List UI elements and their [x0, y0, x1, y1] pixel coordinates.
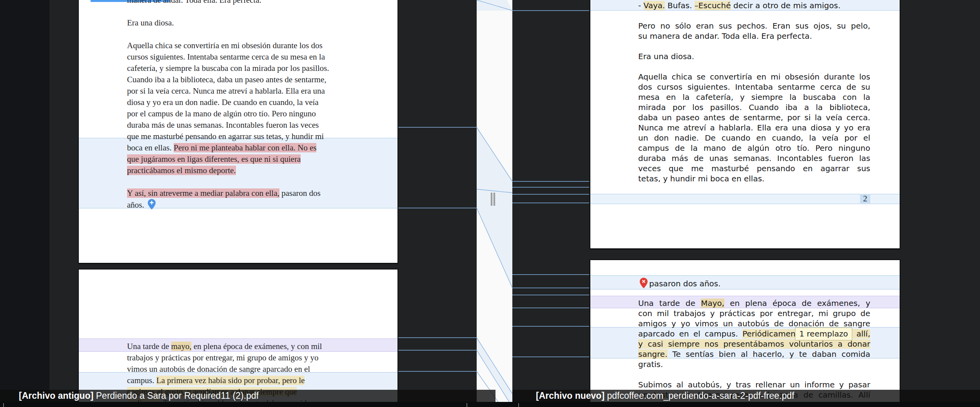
- text-line: Nunca me atreví a hablarla. Ella era una…: [638, 123, 870, 133]
- text-line: dos cursos siguientes. Intentaba sentarm…: [638, 82, 870, 92]
- highlighted-text: Y así, sin atreverme a mediar palabra co…: [127, 188, 279, 198]
- text-line: Era una diosa.: [127, 17, 356, 29]
- text-segment: trabajos y prácticas por entregar, mi gr…: [127, 353, 318, 362]
- text-segment: duraba más de unas semanas. Incontables …: [638, 154, 870, 163]
- text-segment: su manera de andar. Toda ella. Era perfe…: [638, 31, 812, 41]
- text-line: gratis.: [638, 359, 870, 369]
- text-line: veces que me masturbé pensando en agarra…: [638, 163, 870, 174]
- text-line: duraba más de unas semanas. Incontables …: [638, 153, 870, 163]
- text-line: un don nadie. De cuando en cuando, la ve…: [638, 133, 870, 143]
- text-segment: por el campus de la mano de algún otro t…: [127, 109, 316, 118]
- highlighted-text: practicábamos el mismo deporte.: [127, 166, 236, 175]
- text-line: años.: [127, 199, 356, 210]
- highlighted-text: y casi siempre nos presentábamos volunta…: [638, 339, 870, 349]
- text-line: Pero no sólo eran sus pechos. Eran sus o…: [638, 21, 870, 31]
- new-file-name: pdfcoffee.com_perdiendo-a-sara-2-pdf-fre…: [604, 391, 794, 401]
- text-segment: vimos un autobús de donación de sangre a…: [127, 364, 310, 374]
- text-line: cursos siguientes. Intentaba sentarme ce…: [127, 51, 356, 63]
- text-line: sangre. Te sentías bien al hacerlo, y te…: [638, 349, 870, 359]
- text-line: cafetería, y siempre la buscaba con la m…: [127, 63, 356, 74]
- text-segment: Aquella chica se convertiría en mi obses…: [638, 72, 870, 81]
- text-line: Aquella chica se convertiría en mi obses…: [638, 72, 870, 82]
- text-line: [127, 6, 356, 17]
- text-line: Cuando iba a la biblioteca, daba un pase…: [127, 74, 356, 85]
- text-segment: Una tarde de: [638, 298, 701, 308]
- text-line: [638, 369, 870, 380]
- text-segment: dos cursos siguientes. Intentaba sentarm…: [638, 82, 870, 92]
- text-line: boca en ellas. Pero ni me planteaba habl…: [127, 142, 356, 154]
- text-segment: mesa en la cafetería, y siempre la busca…: [638, 92, 870, 102]
- text-line: diosa y yo era un don nadie. De cuando e…: [127, 97, 356, 108]
- old-file-tag: [Archivo antiguo]: [19, 391, 93, 401]
- text-line: por si la veía cerca. Nunca me atreví a …: [127, 85, 356, 97]
- text-line: [127, 29, 356, 40]
- text-segment: un don nadie. De cuando en cuando, la ve…: [638, 133, 870, 143]
- old-page-1: manera de andar. Toda ella. Era perfecta…: [78, 0, 398, 264]
- rotate-icon: [518, 403, 525, 407]
- old-file-name: Perdiendo a Sara por Required11 (2).pdf: [93, 391, 259, 401]
- text-line: Subimos al autobús, y tras rellenar un i…: [638, 380, 870, 390]
- text-segment: Bufas.: [665, 1, 694, 10]
- text-line: mirada por los pasillos. Cuando iba a la…: [638, 102, 870, 112]
- text-segment: Era una diosa.: [127, 18, 174, 27]
- text-line: [638, 11, 870, 21]
- text-segment: diosa y yo era un don nadie. De cuando e…: [127, 98, 319, 107]
- text-line: pasaron dos años.: [638, 278, 870, 288]
- diff-viewer: manera de andar. Toda ella. Era perfecta…: [0, 0, 980, 407]
- text-line: Y así, sin atreverme a mediar palabra co…: [127, 188, 356, 199]
- text-line: su manera de andar. Toda ella. Era perfe…: [638, 31, 870, 41]
- rotate-icon: [466, 403, 474, 407]
- highlighted-text: mayo,: [171, 342, 192, 351]
- text-segment: cursos siguientes. Intentaba sentarme ce…: [127, 52, 325, 62]
- text-segment: en plena época de exámenes, y: [724, 298, 870, 308]
- text-segment: Una tarde de: [127, 342, 171, 351]
- text-segment: Te sentías bien al hacerlo, y te daban c…: [668, 349, 871, 359]
- page-number: 2: [860, 194, 870, 203]
- text-segment: que me masturbé pensando en agarrar sus …: [127, 132, 324, 141]
- text-line: por el campus de la mano de algún otro t…: [127, 108, 356, 119]
- new-file-label-bar: [Archivo nuevo] pdfcoffee.com_perdiendo-…: [512, 390, 980, 402]
- pin-add-icon[interactable]: [148, 199, 156, 213]
- text-line: [127, 176, 356, 188]
- text-line: duraba más de unas semanas. Incontables …: [127, 119, 356, 131]
- rotate-icon: [3, 403, 10, 407]
- highlighted-text: Pero ni me planteaba hablar con ella. No…: [174, 143, 316, 152]
- highlighted-text: La primera vez había sido por probar, pe…: [156, 376, 305, 385]
- text-line: - Vaya. Bufas. –Escuché decir a otro de …: [638, 0, 870, 11]
- pane-splitter-handle[interactable]: [491, 193, 495, 206]
- text-segment: manera de andar. Toda ella. Era perfecta…: [127, 0, 261, 5]
- text-line: que me masturbé pensando en agarrar sus …: [127, 131, 356, 142]
- text-segment: Aquella chica se convertiría en mi obses…: [127, 41, 323, 50]
- left-margin-area: [0, 0, 49, 407]
- pin-del-icon[interactable]: [640, 278, 648, 291]
- text-line: campus de la mano de algún otro tío. Per…: [638, 143, 870, 153]
- text-segment: Subimos al autobús, y tras rellenar un i…: [638, 380, 870, 389]
- old-file-label-bar: [Archivo antiguo] Perdiendo a Sara por R…: [0, 390, 495, 402]
- bottom-toolbar-strip: [0, 402, 980, 407]
- text-segment: veces que me masturbé pensando en agarra…: [638, 164, 870, 173]
- highlighted-text: sangre.: [638, 349, 668, 359]
- text-segment: boca en ellas.: [127, 143, 174, 152]
- replacement-count-tooltip: 1 reemplazo: [795, 327, 852, 340]
- text-segment: pasaron dos años.: [649, 279, 720, 288]
- text-segment: Pero no sólo eran sus pechos. Eran sus o…: [638, 21, 870, 31]
- new-page-2: pasaron dos años.Una tarde de Mayo, en p…: [590, 259, 900, 407]
- text-line: campus. La primera vez había sido por pr…: [127, 375, 356, 386]
- text-line: Una tarde de Mayo, en plena época de exá…: [638, 298, 870, 308]
- text-segment: Era una diosa.: [638, 52, 694, 61]
- text-line: que jugáramos en ligas diferentes, es qu…: [127, 154, 356, 165]
- highlighted-text: –Escuché: [695, 1, 731, 10]
- text-segment: duraba más de unas semanas. Incontables …: [127, 120, 319, 130]
- text-segment: pasaron dos: [279, 188, 321, 198]
- text-line: Una tarde de mayo, en plena época de exá…: [127, 341, 356, 352]
- text-line: vimos un autobús de donación de sangre a…: [127, 364, 356, 375]
- text-line: [638, 62, 870, 72]
- old-page-2: Una tarde de mayo, en plena época de exá…: [78, 269, 398, 407]
- text-segment: en plena época de exámenes, y con mil: [191, 342, 322, 351]
- highlighted-text: que jugáramos en ligas diferentes, es qu…: [127, 154, 301, 164]
- new-file-tag: [Archivo nuevo]: [536, 391, 604, 401]
- text-segment: tetas, y hundir mi boca en ellas.: [638, 174, 764, 183]
- text-line: [638, 41, 870, 51]
- text-segment: campus de la mano de algún otro tío. Per…: [638, 143, 870, 153]
- text-line: Aquella chica se convertiría en mi obses…: [127, 40, 356, 51]
